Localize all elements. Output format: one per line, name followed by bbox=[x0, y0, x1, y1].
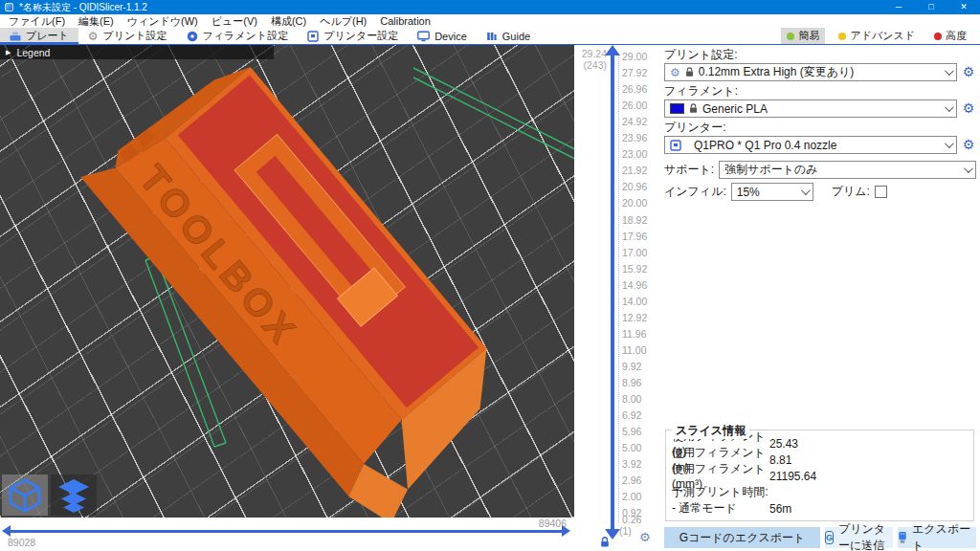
layer-slider-bottom-layer: (1) bbox=[619, 525, 632, 537]
infill-value: 15% bbox=[737, 186, 760, 199]
slice-info-title: スライス情報 bbox=[672, 423, 749, 439]
tab-フィラメント設定[interactable]: フィラメント設定 bbox=[177, 28, 299, 44]
brim-label: ブリム: bbox=[832, 184, 870, 200]
layer-tick-label: 11.96 bbox=[622, 328, 658, 340]
layer-tick-label: 5.00 bbox=[622, 442, 658, 453]
layer-slider-settings-icon[interactable]: ⚙ bbox=[639, 530, 651, 544]
layer-tick-label: 8.00 bbox=[622, 393, 658, 405]
tab-プレート[interactable]: プレート bbox=[0, 28, 78, 44]
settings-panel: プリント設定: ⚙ 0.12mm Extra High (変更あり) ⚙ フィラ… bbox=[660, 45, 980, 551]
layer-tick-label: 6.92 bbox=[622, 409, 658, 421]
layer-slider-lock-icon[interactable] bbox=[600, 535, 610, 551]
tab-label: フィラメント設定 bbox=[203, 29, 289, 43]
layer-slider-zone: 29.24 (243) 29.0027.9226.9626.0024.9223.… bbox=[574, 45, 660, 551]
printer-value: Q1PRO * Q1 Pro 0.4 nozzle bbox=[694, 139, 836, 152]
tab-プリント設定[interactable]: ⚙プリント設定 bbox=[78, 28, 177, 44]
chevron-down-icon bbox=[801, 186, 811, 195]
mode-dot-icon bbox=[838, 33, 846, 40]
maximize-button[interactable]: □ bbox=[915, 0, 947, 14]
layer-tick-label: 11.00 bbox=[622, 344, 658, 356]
gcode-send-icon: G bbox=[825, 531, 834, 544]
menu-item[interactable]: ビュー(V) bbox=[205, 14, 264, 28]
menu-item[interactable]: 編集(E) bbox=[72, 14, 121, 28]
app-icon bbox=[5, 3, 13, 11]
menu-bar: ファイル(F)編集(E)ウィンドウ(W)ビュー(V)構成(C)ヘルプ(H)Cal… bbox=[0, 14, 980, 28]
mode-簡易[interactable]: 簡易 bbox=[781, 28, 825, 44]
layer-tick-label: 17.00 bbox=[622, 247, 658, 258]
layer-slider-track[interactable] bbox=[611, 55, 614, 529]
print-settings-combo[interactable]: ⚙ 0.12mm Extra High (変更あり) bbox=[664, 63, 957, 81]
guide-icon bbox=[486, 31, 498, 42]
chevron-down-icon bbox=[964, 164, 973, 173]
move-slider-min-label: 89028 bbox=[8, 537, 35, 548]
3d-viewport[interactable]: TOOLBOX ▶ Legend bbox=[0, 45, 574, 518]
preview-view-button[interactable] bbox=[51, 474, 97, 516]
filament-icon bbox=[187, 31, 198, 42]
mode-dot-icon bbox=[787, 33, 794, 40]
minimize-button[interactable]: ─ bbox=[882, 0, 915, 14]
export-gcode-label: Gコードのエクスポート bbox=[679, 530, 806, 546]
slice-info-value: 21195.64 bbox=[769, 470, 816, 483]
brim-checkbox[interactable] bbox=[875, 186, 887, 198]
layer-tick-label: 2.96 bbox=[622, 474, 658, 486]
menu-item[interactable]: ファイル(F) bbox=[2, 14, 72, 28]
slice-info-value: 25.43 bbox=[769, 437, 798, 451]
device-icon bbox=[417, 31, 430, 42]
qidislicer-window: *名称未設定 - QIDISlicer-1.1.2 ─ □ ✕ ファイル(F)編… bbox=[0, 0, 980, 551]
printer-combo[interactable]: Q1PRO * Q1 Pro 0.4 nozzle bbox=[664, 136, 957, 154]
layer-slider-top-value: 29.24 bbox=[574, 48, 607, 59]
menu-item[interactable]: Calibration bbox=[373, 14, 437, 28]
print-settings-edit-button[interactable]: ⚙ bbox=[961, 63, 976, 81]
infill-combo[interactable]: 15% bbox=[731, 183, 813, 201]
export-button[interactable]: エクスポート bbox=[898, 527, 976, 548]
printer-icon bbox=[670, 140, 681, 151]
filament-color-swatch bbox=[670, 103, 684, 114]
export-gcode-button[interactable]: Gコードのエクスポート bbox=[664, 527, 820, 548]
tab-プリンター設定[interactable]: プリンター設定 bbox=[298, 28, 408, 44]
layer-slider-tickline bbox=[618, 55, 619, 523]
editor-view-button[interactable] bbox=[2, 474, 48, 516]
layer-tick-label: 20.00 bbox=[622, 197, 658, 209]
printer-icon bbox=[307, 31, 319, 42]
printer-edit-button[interactable]: ⚙ bbox=[961, 136, 976, 154]
layer-tick-label: 26.96 bbox=[622, 83, 658, 95]
mode-switcher: 簡易アドバンスド高度 bbox=[781, 28, 980, 44]
preset-gear-icon: ⚙ bbox=[670, 67, 680, 78]
support-combo[interactable]: 強制サポートのみ bbox=[719, 161, 976, 179]
menu-item[interactable]: 構成(C) bbox=[264, 14, 313, 28]
layer-tick-label: 20.96 bbox=[622, 181, 658, 192]
gear-icon: ⚙ bbox=[88, 31, 99, 42]
move-slider-right-arrow[interactable] bbox=[562, 525, 570, 537]
tab-Guide[interactable]: Guide bbox=[477, 28, 540, 44]
send-to-printer-button[interactable]: G プリンターに送信 bbox=[825, 527, 893, 548]
infill-label: インフィル: bbox=[664, 184, 726, 200]
window-title: *名称未設定 - QIDISlicer-1.1.2 bbox=[19, 1, 147, 14]
layer-tick-label: 14.00 bbox=[622, 296, 658, 307]
layer-tick-label: 5.96 bbox=[622, 426, 658, 437]
mode-アドバンスド[interactable]: アドバンスド bbox=[833, 28, 921, 44]
slice-info-row: 予測プリント時間: bbox=[672, 484, 968, 500]
close-button[interactable]: ✕ bbox=[947, 0, 980, 14]
layer-tick-label: 23.96 bbox=[622, 132, 658, 143]
layer-tick-label: 12.92 bbox=[622, 312, 658, 323]
filament-label: フィラメント: bbox=[664, 84, 976, 99]
filament-combo[interactable]: Generic PLA bbox=[664, 99, 957, 118]
layer-tick-label: 17.96 bbox=[622, 231, 658, 242]
layer-tick-label: 29.00 bbox=[622, 51, 658, 62]
layer-tick-label: 2.00 bbox=[622, 491, 658, 502]
filament-edit-button[interactable]: ⚙ bbox=[961, 99, 976, 118]
move-slider-track[interactable] bbox=[10, 530, 563, 533]
legend-expand-icon: ▶ bbox=[6, 49, 11, 56]
mode-label: 高度 bbox=[946, 29, 967, 43]
legend-bar[interactable]: ▶ Legend bbox=[0, 45, 274, 59]
tab-Device[interactable]: Device bbox=[408, 28, 477, 44]
menu-item[interactable]: ヘルプ(H) bbox=[313, 14, 373, 28]
menu-item[interactable]: ウィンドウ(W) bbox=[121, 14, 205, 28]
toolbox-model[interactable]: TOOLBOX bbox=[80, 48, 533, 518]
mode-高度[interactable]: 高度 bbox=[928, 28, 972, 44]
lock-icon bbox=[685, 67, 694, 77]
layer-tick-label: 9.92 bbox=[622, 361, 658, 372]
filament-value: Generic PLA bbox=[702, 102, 768, 116]
gcode-preview-canvas: TOOLBOX bbox=[0, 45, 574, 518]
layer-tick-label: 14.96 bbox=[622, 279, 658, 291]
